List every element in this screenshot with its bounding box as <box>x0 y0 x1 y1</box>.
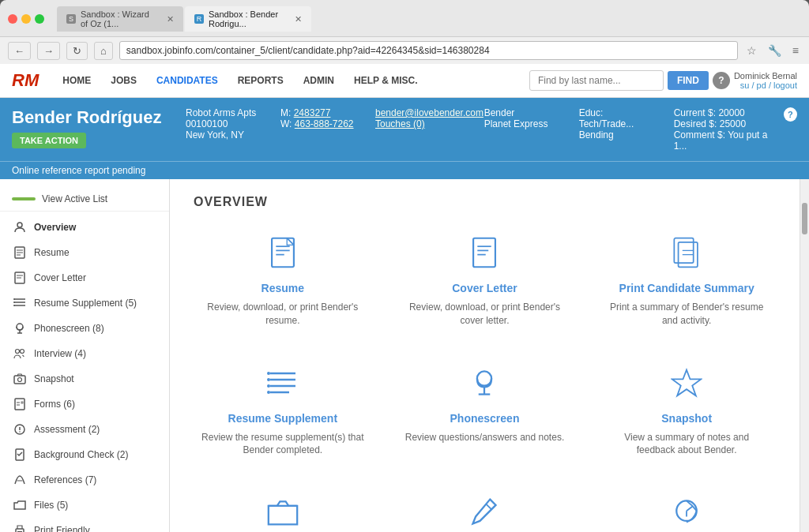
sidebar-item-files[interactable]: Files (5) <box>0 493 169 518</box>
home-button[interactable]: ⌂ <box>94 42 113 60</box>
nav-candidates[interactable]: CANDIDATES <box>149 70 226 91</box>
sidebar-item-print-friendly[interactable]: Print Friendly <box>0 518 169 532</box>
maximize-dot[interactable] <box>35 14 44 24</box>
card-activity-icon <box>605 496 768 532</box>
phone-w-link[interactable]: 463-888-7262 <box>295 118 354 129</box>
nav-reports[interactable]: REPORTS <box>230 70 292 91</box>
phone-m-link[interactable]: 2483277 <box>294 107 331 118</box>
refresh-button[interactable]: ↻ <box>66 42 88 60</box>
sidebar-item-cover-letter[interactable]: Cover Letter <box>0 265 169 290</box>
nav-admin[interactable]: ADMIN <box>295 70 342 91</box>
logo-text: RM <box>12 70 39 91</box>
employer-name: Bender <box>484 107 563 118</box>
card-print-summary-title[interactable]: Print Candidate Summary <box>605 282 768 294</box>
minimize-dot[interactable] <box>21 14 31 24</box>
card-jobs-icon <box>201 496 364 532</box>
card-activity[interactable]: Activity View a list of activity for Ben… <box>597 485 776 532</box>
sidebar-item-resume-supplement[interactable]: Resume Supplement (5) <box>0 290 169 316</box>
find-button[interactable]: FIND <box>668 71 709 90</box>
card-supplement-title[interactable]: Resume Supplement <box>201 412 364 425</box>
card-snapshot-desc: View a summary of notes and feedback abo… <box>605 431 768 458</box>
sidebar-item-phonescreen[interactable]: Phonescreen (8) <box>0 316 169 341</box>
user-links[interactable]: su / pd / logout <box>734 81 797 90</box>
tab-favicon-2: R <box>194 14 204 24</box>
sidebar-label-forms: Forms (6) <box>34 399 75 410</box>
sidebar-item-resume[interactable]: Resume <box>0 240 169 265</box>
card-edit-profile[interactable]: Edit Profile Edit various aspects of Ben… <box>396 485 574 532</box>
card-cover-letter-title[interactable]: Cover Letter <box>404 282 566 294</box>
sidebar-item-snapshot[interactable]: Snapshot <box>0 366 169 392</box>
help-button[interactable]: ? <box>713 72 730 89</box>
back-button[interactable]: ← <box>8 42 31 60</box>
tab-label-2: Sandbox : Bender Rodrigu... <box>209 9 287 28</box>
close-dot[interactable] <box>8 14 17 24</box>
scrollbar[interactable] <box>800 179 809 532</box>
card-resume-title[interactable]: Resume <box>201 282 364 294</box>
card-grid: Resume Review, download, or print Bender… <box>194 225 776 532</box>
alert-bar: Online reference report pending <box>0 161 809 179</box>
card-resume[interactable]: Resume Review, download, or print Bender… <box>194 225 372 339</box>
files-icon <box>12 497 28 513</box>
header-help-icon[interactable]: ? <box>784 107 797 122</box>
sidebar-item-background-check[interactable]: Background Check (2) <box>0 442 169 467</box>
card-cover-letter[interactable]: Cover Letter Review, download, or print … <box>396 225 574 339</box>
card-print-summary[interactable]: Print Candidate Summary Print a summary … <box>597 225 776 339</box>
svg-point-13 <box>13 305 15 306</box>
browser-tab-1[interactable]: S Sandbox : Wizard of Oz (1... ✕ <box>57 6 183 32</box>
card-edit-profile-icon <box>404 496 566 532</box>
candidate-address: Robot Arms Apts 00100100 New York, NY <box>186 107 265 140</box>
browser-tab-2[interactable]: R Sandbox : Bender Rodrigu... ✕ <box>185 6 311 32</box>
candidate-email-section: bender@ilovebender.com Touches (0) <box>375 107 468 129</box>
email-link[interactable]: bender@ilovebender.com <box>375 107 484 118</box>
card-resume-supplement[interactable]: Resume Supplement Review the resume supp… <box>194 355 372 470</box>
card-jobs[interactable]: Jobs Manage the jobs that Bender is asso… <box>194 485 372 532</box>
main-content: View Active List Overview Resume <box>0 179 809 532</box>
browser-dots <box>8 14 44 24</box>
take-action-button[interactable]: TAKE ACTION <box>12 133 86 148</box>
search-input[interactable] <box>529 70 664 91</box>
card-phonescreen[interactable]: Phonescreen Review questions/answers and… <box>396 355 574 470</box>
desired-salary-label: Desired $: <box>674 118 717 129</box>
resume-icon <box>12 245 28 260</box>
sidebar-item-forms[interactable]: Forms (6) <box>0 392 169 417</box>
svg-point-12 <box>13 302 15 303</box>
phone-w-label: W: <box>280 118 292 129</box>
forward-button[interactable]: → <box>37 42 60 60</box>
bookmark-icon[interactable]: ☆ <box>744 42 759 59</box>
touches-link[interactable]: Touches (0) <box>375 118 425 129</box>
browser-titlebar: S Sandbox : Wizard of Oz (1... ✕ R Sandb… <box>0 6 809 36</box>
url-bar[interactable] <box>119 41 738 60</box>
sidebar-item-interview[interactable]: Interview (4) <box>0 341 169 366</box>
sidebar-item-references[interactable]: References (7) <box>0 467 169 493</box>
scrollbar-thumb[interactable] <box>802 203 807 234</box>
desired-salary-value: 25000 <box>720 118 746 129</box>
candidate-salary: Current $: 20000 Desired $: 25000 Commen… <box>674 107 768 152</box>
tab-close-2[interactable]: ✕ <box>295 14 302 24</box>
educ-label: Educ: Tech/Trade... <box>579 107 658 129</box>
card-snapshot-title[interactable]: Snapshot <box>605 412 768 425</box>
view-active-list[interactable]: View Active List <box>0 187 169 208</box>
bg-check-icon <box>12 447 28 463</box>
sidebar-item-assessment[interactable]: Assessment (2) <box>0 417 169 442</box>
card-phonescreen-desc: Review questions/answers and notes. <box>404 431 566 444</box>
tab-favicon-1: S <box>66 14 76 24</box>
wrench-icon[interactable]: 🔧 <box>766 42 784 59</box>
nav-help[interactable]: HELP & MISC. <box>346 70 425 91</box>
svg-point-53 <box>477 371 491 385</box>
nav-jobs[interactable]: JOBS <box>103 70 145 91</box>
browser-chrome: S Sandbox : Wizard of Oz (1... ✕ R Sandb… <box>0 0 809 64</box>
cover-letter-icon <box>12 270 28 286</box>
nav-home[interactable]: HOME <box>55 70 99 91</box>
references-icon <box>12 472 28 488</box>
phone-m-label: M: <box>280 107 291 118</box>
sidebar-item-overview[interactable]: Overview <box>0 215 169 240</box>
card-print-summary-desc: Print a summary of Bender's resume and a… <box>605 301 768 328</box>
candidate-name: Bender Rodríguez <box>12 107 170 128</box>
tab-close-1[interactable]: ✕ <box>167 14 174 24</box>
card-supplement-desc: Review the resume supplement(s) that Ben… <box>201 431 364 458</box>
card-phonescreen-title[interactable]: Phonescreen <box>404 412 566 425</box>
candidate-name-section: Bender Rodríguez TAKE ACTION <box>12 107 170 148</box>
menu-icon[interactable]: ≡ <box>790 42 801 59</box>
card-snapshot[interactable]: Snapshot View a summary of notes and fee… <box>597 355 776 470</box>
svg-point-11 <box>13 298 15 300</box>
